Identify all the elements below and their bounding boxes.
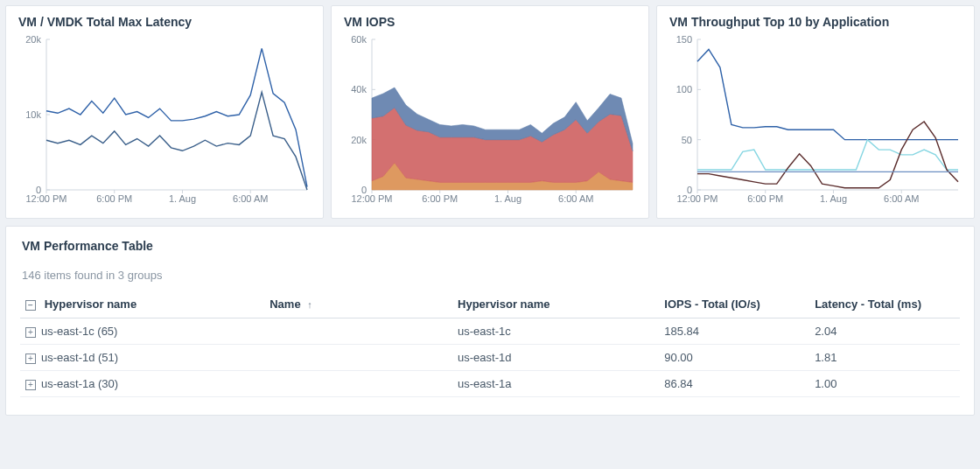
row-iops: 185.84 [659,318,809,345]
svg-text:60k: 60k [351,34,367,45]
svg-text:6:00 AM: 6:00 AM [233,193,268,204]
table-header-row: − Hypervisor name Name ↑ Hypervisor name… [20,290,960,318]
card-vm-latency: VM / VMDK Total Max Latency 010k20k12:00… [5,5,324,219]
svg-text:6:00 AM: 6:00 AM [884,193,919,204]
svg-text:1. Aug: 1. Aug [494,193,522,204]
col-name[interactable]: Name ↑ [264,290,452,318]
svg-text:50: 50 [682,135,692,145]
collapse-all-icon[interactable]: − [25,300,36,311]
row-label: us-east-1d (51) [41,351,118,364]
col-iops-total[interactable]: IOPS - Total (IO/s) [659,290,809,318]
table-row[interactable]: +us-east-1d (51)us-east-1d90.001.81 [20,345,960,371]
svg-text:6:00 PM: 6:00 PM [747,193,783,204]
svg-text:100: 100 [676,84,692,94]
card-vm-throughput: VM Throughput Top 10 by Application 0501… [656,5,975,219]
chart-latency[interactable]: 010k20k12:00 PM6:00 PM1. Aug6:00 AM [17,34,312,209]
table-meta: 146 items found in 3 groups [22,269,960,282]
col-label: IOPS - Total (IO/s) [664,298,760,311]
row-iops: 90.00 [659,345,809,371]
svg-text:10k: 10k [25,109,41,120]
chart-throughput[interactable]: 05010015012:00 PM6:00 PM1. Aug6:00 AM [668,34,963,209]
svg-text:6:00 AM: 6:00 AM [558,193,593,204]
col-label: Hypervisor name [45,298,137,311]
svg-text:12:00 PM: 12:00 PM [351,193,392,204]
svg-text:6:00 PM: 6:00 PM [422,193,458,204]
table-row[interactable]: +us-east-1c (65)us-east-1c185.842.04 [20,318,960,345]
col-hypervisor-name[interactable]: − Hypervisor name [20,290,264,318]
row-label: us-east-1c (65) [41,325,117,338]
svg-text:12:00 PM: 12:00 PM [676,193,718,204]
expand-row-icon[interactable]: + [25,380,36,390]
row-iops: 86.84 [659,371,809,397]
card-vm-perf-table: VM Performance Table 146 items found in … [5,226,975,416]
row-hv: us-east-1a [452,371,659,397]
row-hv: us-east-1d [452,345,659,371]
row-label: us-east-1a (30) [41,377,118,390]
card-vm-iops: VM IOPS 020k40k60k12:00 PM6:00 PM1. Aug6… [331,5,649,219]
vm-performance-table: − Hypervisor name Name ↑ Hypervisor name… [20,290,960,397]
svg-text:6:00 PM: 6:00 PM [96,193,132,204]
svg-text:12:00 PM: 12:00 PM [25,193,66,204]
col-hypervisor-name-2[interactable]: Hypervisor name [452,290,659,318]
col-label: Latency - Total (ms) [815,298,921,311]
table-row[interactable]: +us-east-1a (30)us-east-1a86.841.00 [20,371,960,397]
col-latency-total[interactable]: Latency - Total (ms) [809,290,960,318]
chart-iops[interactable]: 020k40k60k12:00 PM6:00 PM1. Aug6:00 AM [342,34,638,209]
card-title: VM IOPS [344,15,638,29]
row-latency: 2.04 [809,318,960,345]
sort-asc-icon: ↑ [307,299,312,310]
table-body: +us-east-1c (65)us-east-1c185.842.04+us-… [20,318,960,397]
expand-row-icon[interactable]: + [25,354,36,364]
col-label: Hypervisor name [458,298,550,311]
col-label: Name [270,298,300,311]
svg-text:20k: 20k [25,34,41,45]
svg-text:40k: 40k [351,84,367,94]
row-latency: 1.81 [809,345,960,371]
row-latency: 1.00 [809,371,960,397]
svg-text:150: 150 [676,34,692,45]
svg-text:1. Aug: 1. Aug [169,193,196,204]
svg-text:1. Aug: 1. Aug [820,193,847,204]
table-title: VM Performance Table [22,239,960,253]
card-title: VM Throughput Top 10 by Application [669,15,963,29]
row-hv: us-east-1c [452,318,659,345]
card-title: VM / VMDK Total Max Latency [18,15,312,29]
expand-row-icon[interactable]: + [25,327,36,338]
svg-text:20k: 20k [351,135,367,145]
